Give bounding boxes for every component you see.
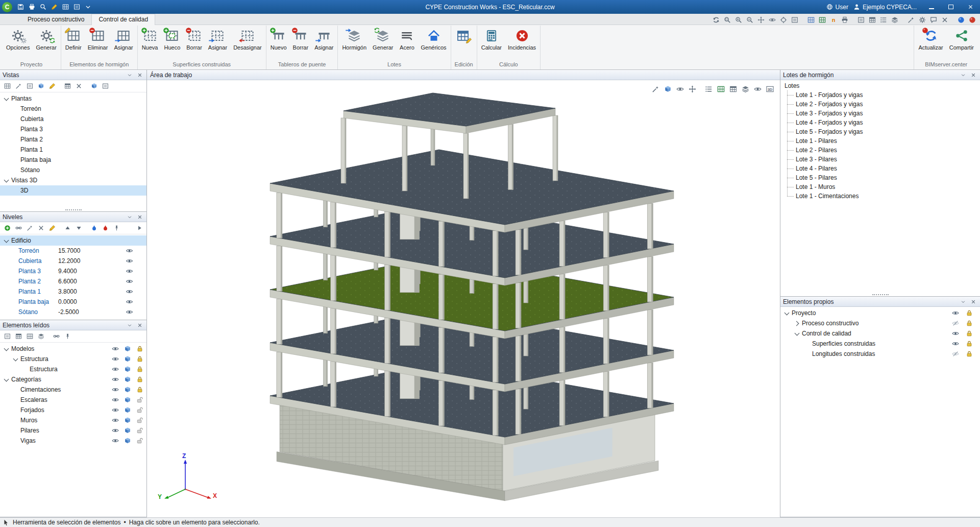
pan-icon[interactable] xyxy=(756,15,766,25)
element-item-forjados-6[interactable]: Forjados xyxy=(0,405,146,415)
unlock-icon[interactable] xyxy=(136,417,143,424)
visibility-eye-icon[interactable] xyxy=(111,406,119,414)
export-document-icon[interactable] xyxy=(828,15,839,25)
wireframe-mode-icon[interactable] xyxy=(100,81,110,91)
level-item-planta-1[interactable]: Planta 13.8000 xyxy=(0,286,146,297)
lot-item-lote-1-pilares[interactable]: Lote 1 - Pilares xyxy=(787,136,980,146)
section-box-icon[interactable] xyxy=(663,84,673,94)
view-item-planta-2[interactable]: Planta 2 xyxy=(0,134,146,145)
new-elevation-view-icon[interactable] xyxy=(24,81,35,91)
visibility-eye-icon[interactable] xyxy=(111,437,119,445)
edit-icon[interactable] xyxy=(50,3,59,12)
save-icon[interactable] xyxy=(16,3,26,12)
lock-icon[interactable] xyxy=(136,386,143,394)
tables-icon[interactable] xyxy=(728,84,738,94)
lot-item-lote-4-forjados-y-vigas[interactable]: Lote 4 - Forjados y vigas xyxy=(787,118,980,127)
level-item-planta-baja[interactable]: Planta baja0.0000 xyxy=(0,297,146,307)
close-panel-icon[interactable] xyxy=(969,298,977,305)
element-item-vigas-9[interactable]: Vigas xyxy=(0,436,146,446)
panel-resize-handle[interactable] xyxy=(0,208,146,211)
chevron-down-icon[interactable] xyxy=(4,377,9,382)
ribbon-button-borrar[interactable]: Borrar xyxy=(184,27,205,52)
quick-access-options-icon[interactable] xyxy=(83,3,93,12)
view-item-sotano[interactable]: Sótano xyxy=(0,165,146,175)
panel-overflow-icon[interactable] xyxy=(134,223,144,233)
edit-level-icon[interactable] xyxy=(47,223,57,233)
previous-view-icon[interactable] xyxy=(767,15,777,25)
visibility-eye-icon[interactable] xyxy=(951,309,959,317)
export-spreadsheet-icon[interactable] xyxy=(817,15,827,25)
app-logo-icon[interactable]: C xyxy=(2,2,12,12)
panel-resize-handle[interactable] xyxy=(780,293,980,296)
print-icon[interactable] xyxy=(27,3,37,12)
orbit-view-icon[interactable] xyxy=(711,15,721,25)
fit-view-icon[interactable] xyxy=(790,15,800,25)
own-item-proyecto[interactable]: Proyecto xyxy=(780,308,980,318)
zoom-out-icon[interactable] xyxy=(745,15,755,25)
model-cube-icon[interactable] xyxy=(124,386,131,394)
collapse-panel-icon[interactable] xyxy=(126,213,134,221)
tree-item-lotes-root[interactable]: Lotes xyxy=(780,81,980,90)
visibility-eye-icon[interactable] xyxy=(111,366,119,373)
model-cube-icon[interactable] xyxy=(124,417,131,424)
pin-panel-icon[interactable] xyxy=(62,331,72,341)
add-level-icon[interactable] xyxy=(2,223,12,233)
comments-icon[interactable] xyxy=(928,15,939,25)
list-views-icon[interactable] xyxy=(13,331,23,341)
lot-item-lote-3-pilares[interactable]: Lote 3 - Pilares xyxy=(787,155,980,164)
lock-icon[interactable] xyxy=(136,355,143,363)
drawing-icon[interactable] xyxy=(61,3,70,12)
window-layout-2-icon[interactable] xyxy=(867,15,877,25)
ribbon-button-borrar[interactable]: Borrar xyxy=(290,27,311,52)
lot-item-lote-1-cimentaciones[interactable]: Lote 1 - Cimentaciones xyxy=(787,191,980,201)
view-3d-icon[interactable] xyxy=(765,84,775,94)
capture-icon[interactable] xyxy=(72,3,82,12)
ribbon-button-genericos[interactable]: Genéricos xyxy=(418,27,449,52)
visibility-eye-icon[interactable] xyxy=(111,417,119,424)
model-cube-icon[interactable] xyxy=(124,376,131,384)
lot-item-lote-5-pilares[interactable]: Lote 5 - Pilares xyxy=(787,173,980,182)
zoom-in-icon[interactable] xyxy=(733,15,744,25)
grid-views-icon[interactable] xyxy=(24,331,35,341)
tree-item-edificio[interactable]: Edificio xyxy=(0,235,146,246)
ribbon-button-asignar[interactable]: Asignar xyxy=(312,27,336,52)
view-item-cubierta[interactable]: Cubierta xyxy=(0,114,146,124)
chevron-down-icon[interactable] xyxy=(4,238,9,243)
visibility-eye-icon[interactable] xyxy=(951,350,959,358)
work-area-canvas[interactable]: Z X Y xyxy=(147,80,780,517)
close-panel-icon[interactable] xyxy=(136,71,144,79)
collapse-panel-icon[interactable] xyxy=(959,71,967,79)
lock-icon[interactable] xyxy=(136,376,143,384)
view-item-planta-baja[interactable]: Planta baja xyxy=(0,155,146,165)
model-cube-icon[interactable] xyxy=(124,427,131,435)
ribbon-button-opciones[interactable]: Opciones xyxy=(4,27,32,52)
chevron-down-icon[interactable] xyxy=(13,356,18,362)
visibility-eye-icon[interactable] xyxy=(126,288,134,295)
layer-views-icon[interactable] xyxy=(36,331,46,341)
visibility-eye-icon[interactable] xyxy=(126,298,134,305)
move-level-up-icon[interactable] xyxy=(62,223,72,233)
lock-icon[interactable] xyxy=(965,309,973,317)
model-cube-icon[interactable] xyxy=(124,396,131,404)
delete-view-icon[interactable] xyxy=(74,81,84,91)
visibility-eye-icon[interactable] xyxy=(126,257,134,265)
edit-view-icon[interactable] xyxy=(47,81,57,91)
chevron-down-icon[interactable] xyxy=(4,346,9,351)
level-item-planta-2[interactable]: Planta 26.6000 xyxy=(0,276,146,286)
chevron-down-icon[interactable] xyxy=(4,96,9,101)
new-3d-view-icon[interactable] xyxy=(36,81,46,91)
lock-icon[interactable] xyxy=(136,345,143,353)
support-icon[interactable] xyxy=(967,15,977,25)
ribbon-button-acero[interactable]: Acero xyxy=(397,27,417,52)
minimize-button[interactable] xyxy=(922,0,941,14)
measure-tool-icon[interactable] xyxy=(650,84,660,94)
delete-level-icon[interactable] xyxy=(36,223,46,233)
lot-item-lote-4-pilares[interactable]: Lote 4 - Pilares xyxy=(787,164,980,173)
close-panel-icon[interactable] xyxy=(969,71,977,79)
element-item-escaleras-5[interactable]: Escaleras xyxy=(0,395,146,405)
link-elements-icon[interactable] xyxy=(51,331,61,341)
link-levels-icon[interactable] xyxy=(13,223,23,233)
ribbon-button-generar[interactable]: Generar xyxy=(33,27,59,52)
view-item-planta-1[interactable]: Planta 1 xyxy=(0,145,146,155)
lot-item-lote-1-muros[interactable]: Lote 1 - Muros xyxy=(787,182,980,191)
